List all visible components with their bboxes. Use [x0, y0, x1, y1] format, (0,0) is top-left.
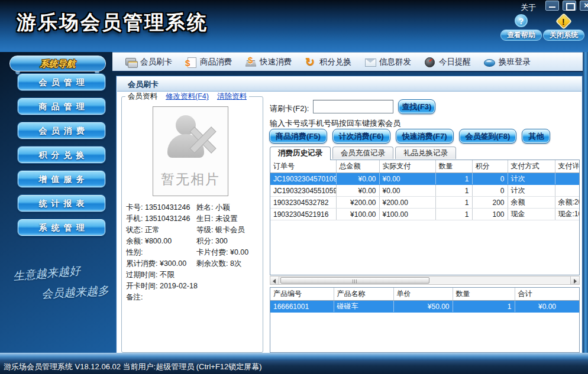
table-cell	[555, 185, 580, 197]
column-header: 合计	[515, 288, 580, 301]
app-title: 游乐场会员管理系统	[17, 9, 208, 36]
help-icon: ?	[515, 14, 528, 27]
column-header: 积分	[472, 160, 508, 173]
member-field-left: 余额: ¥800.00	[126, 236, 196, 247]
member-detail-line: 状态: 正常等级: 银卡会员	[126, 225, 261, 236]
table-cell: ¥50.00	[393, 301, 453, 313]
find-button[interactable]: 查找(F3)	[398, 99, 435, 114]
toolbar-item-label: 换班登录	[499, 57, 531, 67]
table-cell: 1	[435, 173, 472, 185]
table-cell: 1	[453, 301, 515, 313]
disk-swap-icon	[484, 57, 496, 67]
toolbar-item-shift-login[interactable]: 换班登录	[484, 57, 531, 67]
table-header-row: 产品编号产品名称单价数量合计	[270, 288, 580, 301]
table-cell: 0	[472, 173, 508, 185]
member-field-left: 累计消费: ¥300.00	[126, 258, 196, 269]
tab-recharge[interactable]: 会员充值记录	[332, 147, 393, 159]
help-tool[interactable]: ? 查看帮助	[500, 14, 542, 41]
sidebar-item-value-added[interactable]: 增值服务	[18, 171, 105, 187]
exchange-arrows-icon	[305, 57, 316, 67]
table-cell: ¥200.00	[336, 197, 379, 209]
member-detail-line: 手机: 13510431246生日: 未设置	[126, 213, 261, 225]
member-field-left: 状态: 正常	[126, 225, 196, 236]
table-cell: 余额	[508, 197, 555, 209]
member-detail-line: 过期时间: 不限	[126, 269, 261, 281]
table-cell: 计次	[508, 185, 555, 197]
member-detail-line: 备注:	[126, 292, 261, 303]
sidebar-item-system-mgmt[interactable]: 系统管理	[18, 219, 105, 236]
view-help-button[interactable]: 查看帮助	[500, 30, 542, 41]
sidebar: 系统导航 会员管理商品管理会员消费积分兑换增值服务统计报表系统管理 生意越来越好…	[5, 53, 111, 359]
horizontal-scrollbar[interactable]	[270, 276, 580, 285]
sidebar-item-member-consume[interactable]: 会员消费	[18, 122, 105, 139]
toolbar-item-label: 今日提醒	[439, 57, 471, 67]
table-cell: 100	[472, 209, 508, 220]
swipe-card-input[interactable]	[313, 100, 393, 113]
table-cell	[555, 173, 580, 185]
table-cell: 现金	[508, 209, 555, 220]
action-button-count-consume-f6[interactable]: 计次消费(F6)	[332, 129, 390, 144]
table-cell: ¥200.00	[379, 197, 435, 209]
history-table: 订单号总金额实际支付数量积分支付方式支付详JC19032304570109¥0.…	[270, 160, 580, 220]
edit-info-link[interactable]: 修改资料(F4)	[166, 92, 209, 102]
action-button-quick-consume-f7[interactable]: 快速消费(F7)	[396, 129, 454, 144]
sidebar-header: 系统导航	[9, 56, 106, 71]
close-icon[interactable]	[580, 1, 588, 11]
action-button-member-signin-f8[interactable]: 会员签到(F8)	[459, 129, 517, 144]
member-detail-line: 卡号: 13510431246姓名: 小颖	[126, 202, 261, 213]
column-header: 产品名称	[334, 288, 393, 301]
member-field-left: 手机: 13510431246	[126, 213, 196, 225]
table-row[interactable]: 166661001碰碰车¥50.001¥0.00	[270, 301, 580, 313]
table-row[interactable]: 19032304521916¥100.00¥100.001100现金现金:10	[270, 209, 580, 220]
card-swipe-icon	[125, 57, 137, 67]
scrollbar-thumb[interactable]	[280, 277, 429, 284]
main-panel: 会员刷卡 会员资料 修改资料(F4) 清除资料 暂无相片 卡号: 1351043…	[116, 76, 583, 357]
column-header: 数量	[453, 288, 515, 301]
table-row[interactable]: JC19032304570109¥0.00¥0.0010计次	[270, 173, 580, 185]
tab-history[interactable]: 消费历史记录	[270, 147, 331, 160]
sidebar-item-product-mgmt[interactable]: 商品管理	[18, 98, 105, 115]
toolbar-item-today-reminder[interactable]: 今日提醒	[424, 57, 471, 67]
toolbar-item-label: 会员刷卡	[140, 57, 172, 67]
sidebar-item-points-exchange[interactable]: 积分兑换	[18, 147, 105, 163]
about-menu[interactable]: 关于	[521, 2, 536, 13]
history-table-wrap: 订单号总金额实际支付数量积分支付方式支付详JC19032304570109¥0.…	[270, 160, 580, 275]
toolbar-item-message-blast[interactable]: 信息群发	[364, 57, 411, 67]
scroll-right-arrow-icon[interactable]	[570, 277, 579, 284]
table-cell: 1	[435, 185, 472, 197]
toolbar-item-quick-sale[interactable]: 快速消费	[245, 57, 292, 67]
action-button-row: 商品消费(F5)计次消费(F6)快速消费(F7)会员签到(F8)其他	[269, 129, 550, 144]
toolbar-item-points-exchange[interactable]: 积分兑换	[305, 57, 351, 67]
tab-gift[interactable]: 礼品兑换记录	[395, 147, 456, 159]
member-field-left: 备注:	[126, 292, 196, 303]
maximize-icon[interactable]	[563, 1, 576, 11]
toolbar-item-member-swipe[interactable]: 会员刷卡	[125, 57, 172, 67]
member-field-left: 卡号: 13510431246	[126, 202, 196, 213]
window-controls	[545, 1, 588, 11]
clear-info-link[interactable]: 清除资料	[217, 92, 247, 102]
table-cell: 19032304521916	[270, 209, 336, 220]
table-row[interactable]: 19032304532782¥200.00¥200.001200余额余额:20	[270, 197, 580, 209]
sidebar-item-reports[interactable]: 统计报表	[18, 195, 105, 212]
warning-icon: !	[555, 13, 572, 30]
toolbar-item-product-sale[interactable]: 商品消费	[185, 57, 232, 67]
toolbar: 会员刷卡商品消费快速消费积分兑换信息群发今日提醒换班登录	[112, 52, 588, 72]
member-field-left: 开卡时间: 2019-02-18	[126, 281, 196, 292]
table-row[interactable]: JC19032304551059¥0.00¥0.0010计次	[270, 185, 580, 197]
minimize-icon[interactable]	[545, 1, 559, 11]
panel-title: 会员刷卡	[117, 77, 581, 92]
table-cell: 计次	[508, 173, 555, 185]
envelope-icon	[364, 57, 376, 67]
action-button-product-consume-f5[interactable]: 商品消费(F5)	[269, 129, 327, 144]
member-field-right: 卡片付费: ¥0.00	[196, 248, 248, 256]
close-tool[interactable]: ! 关闭系统	[543, 14, 584, 41]
scroll-left-arrow-icon[interactable]	[270, 277, 279, 284]
column-header: 总金额	[336, 160, 379, 173]
sidebar-item-member-mgmt[interactable]: 会员管理	[18, 74, 105, 90]
slogan-line-1: 生意越来越好	[12, 263, 81, 284]
table-cell: ¥0.00	[336, 185, 379, 197]
close-system-button[interactable]: 关闭系统	[543, 30, 584, 41]
member-field-right: 积分: 300	[196, 237, 228, 245]
window-edge-right	[583, 52, 588, 353]
action-button-other[interactable]: 其他	[522, 129, 550, 144]
